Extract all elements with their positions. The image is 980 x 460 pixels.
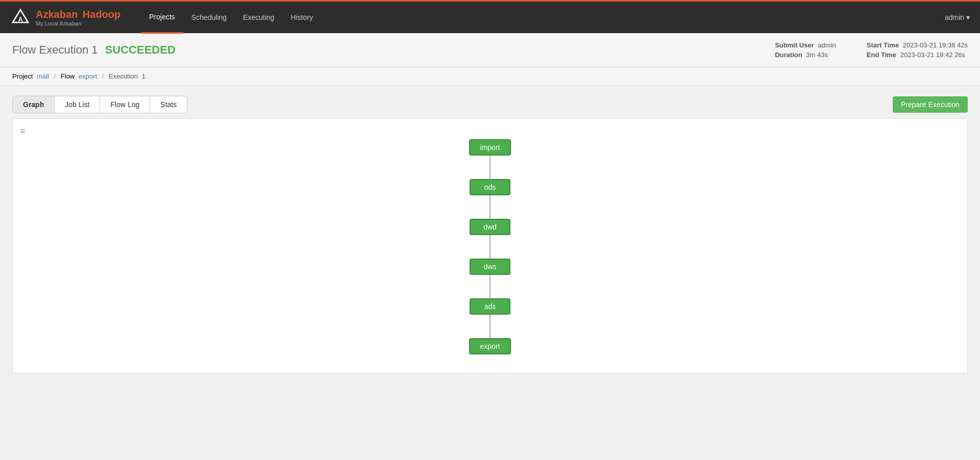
tab-stats[interactable]: Stats	[150, 96, 187, 113]
execution-title: Flow Execution 1 SUCCEEDED	[12, 43, 176, 57]
connector-4	[489, 275, 491, 298]
nav-projects[interactable]: Projects	[141, 2, 183, 34]
node-wrapper-dwd: dwd	[470, 219, 510, 259]
breadcrumb-execution-label: Execution	[109, 72, 138, 80]
node-wrapper-dws: dws	[470, 259, 510, 298]
tab-graph[interactable]: Graph	[13, 96, 55, 113]
page-header: Flow Execution 1 SUCCEEDED Submit User a…	[0, 33, 980, 67]
start-time-value: 2023-03-21 19:38 42s	[903, 41, 968, 49]
graph-node-export[interactable]: export	[469, 338, 511, 354]
duration-value: 3m 43s	[806, 51, 828, 59]
navbar: A Azkaban Hadoop My Local Azkaban Projec…	[0, 0, 980, 33]
submit-user-value: admin	[818, 41, 836, 49]
connector-3	[489, 235, 491, 259]
brand-name-azkaban: Azkaban	[36, 9, 78, 20]
node-wrapper-export: export	[469, 338, 511, 354]
brand: A Azkaban Hadoop My Local Azkaban	[10, 7, 120, 28]
main-content: Graph Job List Flow Log Stats Prepare Ex…	[0, 86, 980, 384]
tabs-container: Graph Job List Flow Log Stats Prepare Ex…	[12, 96, 968, 113]
execution-label: Flow Execution 1	[12, 43, 98, 56]
connector-2	[489, 195, 491, 219]
graph-node-dws[interactable]: dws	[470, 259, 510, 275]
node-wrapper-ads: ads	[470, 298, 510, 338]
nav-user-label: admin	[945, 13, 964, 21]
prepare-execution-button[interactable]: Prepare Execution	[893, 96, 968, 113]
brand-name-hadoop: Hadoop	[83, 9, 120, 20]
nav-scheduling[interactable]: Scheduling	[183, 2, 235, 33]
graph-node-ads[interactable]: ads	[470, 298, 510, 315]
connector-1	[489, 156, 491, 179]
tabs: Graph Job List Flow Log Stats	[12, 96, 187, 113]
node-wrapper-import: import	[469, 139, 511, 179]
graph-panel: ≡ import ods dwd dws	[12, 118, 968, 373]
start-time-label: Start Time	[867, 41, 899, 49]
graph-node-import[interactable]: import	[469, 139, 511, 156]
node-wrapper-ods: ods	[470, 179, 510, 219]
nav-history[interactable]: History	[283, 2, 322, 33]
connector-5	[489, 315, 491, 338]
execution-status: SUCCEEDED	[105, 43, 176, 56]
breadcrumb-execution: Execution 1	[109, 72, 145, 80]
nav-user-menu[interactable]: admin ▾	[945, 13, 970, 21]
meta-times: Start Time 2023-03-21 19:38 42s End Time…	[867, 41, 968, 59]
end-time-label: End Time	[867, 51, 896, 59]
tab-job-list[interactable]: Job List	[55, 96, 100, 113]
breadcrumb-sep2: /	[102, 72, 104, 80]
breadcrumb-flow-link[interactable]: export	[79, 72, 97, 80]
graph-node-dwd[interactable]: dwd	[470, 219, 510, 235]
breadcrumb: Project mall / Flow export / Execution 1	[0, 67, 980, 86]
nav-links: Projects Scheduling Executing History	[141, 2, 945, 34]
breadcrumb-project-label: Project	[12, 72, 33, 80]
tab-flow-log[interactable]: Flow Log	[100, 96, 150, 113]
svg-text:A: A	[18, 16, 23, 23]
brand-logo-icon: A	[10, 7, 31, 28]
end-time-value: 2023-03-21 19:42 26s	[900, 51, 965, 59]
brand-subtitle: My Local Azkaban	[36, 20, 120, 27]
breadcrumb-sep1: /	[54, 72, 56, 80]
graph-node-ods[interactable]: ods	[470, 179, 510, 195]
breadcrumb-project-link[interactable]: mall	[37, 72, 49, 80]
meta-submit-user: Submit User admin Duration 3m 43s	[775, 41, 836, 59]
duration-label: Duration	[775, 51, 802, 59]
nav-user-chevron-icon: ▾	[966, 13, 970, 21]
nav-executing[interactable]: Executing	[235, 2, 282, 33]
submit-user-label: Submit User	[775, 41, 814, 49]
execution-meta: Submit User admin Duration 3m 43s Start …	[775, 41, 968, 59]
graph-nodes: import ods dwd dws ads	[23, 129, 957, 354]
breadcrumb-execution-id: 1	[142, 72, 145, 80]
graph-grid-icon: ≡	[20, 126, 26, 137]
breadcrumb-flow-label: Flow	[61, 72, 75, 80]
